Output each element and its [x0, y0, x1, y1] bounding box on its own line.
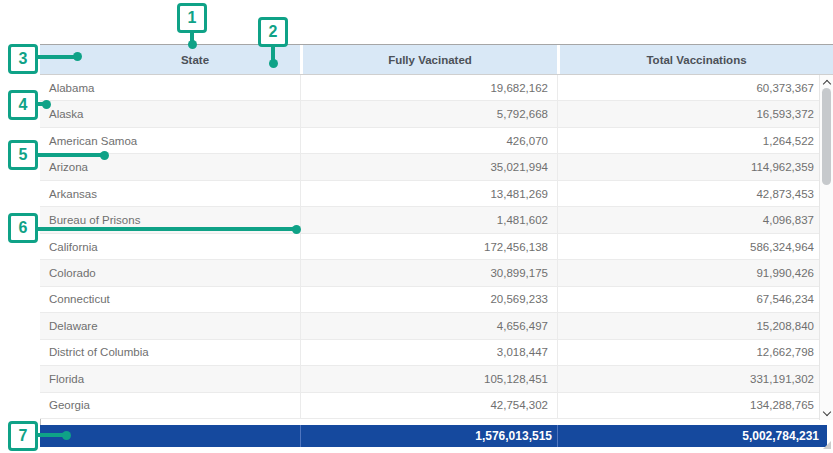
callout-4-label: 4: [19, 96, 28, 114]
column-header-fully-vacinated[interactable]: Fully Vacinated: [300, 45, 557, 74]
column-header-total-vaccinations[interactable]: Total Vaccinations: [557, 45, 833, 74]
callout-2-label: 2: [269, 23, 278, 41]
callout-5-line: [37, 153, 105, 157]
fully-vacinated-cell: 105,128,451: [300, 366, 557, 391]
callout-7: 7: [8, 421, 38, 451]
callout-1: 1: [177, 3, 207, 33]
state-cell: Colorado: [40, 260, 300, 285]
chevron-up-icon: [822, 80, 830, 88]
callout-7-dot: [62, 431, 71, 440]
fully-vacinated-cell: 1,481,602: [300, 207, 557, 232]
callout-5: 5: [8, 140, 38, 170]
state-cell: Arizona: [40, 154, 300, 179]
fully-vacinated-cell: 5,792,668: [300, 101, 557, 126]
callout-4-dot: [42, 100, 51, 109]
fully-vacinated-cell: 13,481,269: [300, 181, 557, 206]
callout-4: 4: [8, 90, 38, 120]
fully-vacinated-cell: 42,754,302: [300, 393, 557, 418]
table-row[interactable]: Connecticut20,569,23367,546,234: [40, 287, 833, 313]
state-cell: Alaska: [40, 101, 300, 126]
callout-6-dot: [292, 225, 301, 234]
callout-1-label: 1: [188, 9, 197, 27]
callout-6: 6: [8, 213, 38, 243]
app-canvas: State Fully Vacinated Total Vaccinations…: [0, 0, 833, 453]
callout-6-line: [37, 227, 293, 231]
table-row[interactable]: California172,456,138586,324,964: [40, 234, 833, 260]
vertical-scrollbar[interactable]: [819, 75, 833, 420]
summary-row: 1,576,013,515 5,002,784,231: [40, 425, 827, 447]
summary-total-vaccinations-cell: 5,002,784,231: [557, 425, 827, 447]
state-cell: District of Columbia: [40, 340, 300, 365]
table-row[interactable]: District of Columbia3,018,44712,662,798: [40, 340, 833, 366]
total-vaccinations-cell: 114,962,359: [557, 154, 833, 179]
state-cell: Delaware: [40, 313, 300, 338]
total-vaccinations-cell: 67,546,234: [557, 287, 833, 312]
fully-vacinated-cell: 172,456,138: [300, 234, 557, 259]
total-vaccinations-cell: 12,662,798: [557, 340, 833, 365]
callout-5-label: 5: [19, 146, 28, 164]
state-cell: Georgia: [40, 393, 300, 418]
table-body: Alabama19,682,16260,373,367Alaska5,792,6…: [40, 75, 833, 419]
fully-vacinated-cell: 4,656,497: [300, 313, 557, 338]
state-cell: American Samoa: [40, 128, 300, 153]
fully-vacinated-cell: 19,682,162: [300, 75, 557, 100]
total-vaccinations-cell: 16,593,372: [557, 101, 833, 126]
callout-2: 2: [258, 17, 288, 47]
table-row[interactable]: Colorado30,899,17591,990,426: [40, 260, 833, 286]
total-vaccinations-cell: 134,288,765: [557, 393, 833, 418]
total-vaccinations-cell: 91,990,426: [557, 260, 833, 285]
table-row[interactable]: Delaware4,656,49715,208,840: [40, 313, 833, 339]
callout-6-label: 6: [19, 219, 28, 237]
total-vaccinations-cell: 1,264,522: [557, 128, 833, 153]
scrollbar-thumb[interactable]: [822, 88, 831, 185]
state-cell: Florida: [40, 366, 300, 391]
total-vaccinations-cell: 4,096,837: [557, 207, 833, 232]
total-vaccinations-cell: 15,208,840: [557, 313, 833, 338]
callout-1-dot: [188, 40, 197, 49]
state-cell: Connecticut: [40, 287, 300, 312]
table-row[interactable]: Alabama19,682,16260,373,367: [40, 75, 833, 101]
state-cell: California: [40, 234, 300, 259]
total-vaccinations-cell: 586,324,964: [557, 234, 833, 259]
summary-fully-vacinated-cell: 1,576,013,515: [300, 425, 557, 447]
resize-grip-icon: [823, 441, 831, 449]
callout-3-label: 3: [19, 50, 28, 68]
fully-vacinated-cell: 30,899,175: [300, 260, 557, 285]
fully-vacinated-cell: 20,569,233: [300, 287, 557, 312]
callout-2-dot: [269, 59, 278, 68]
table-row[interactable]: American Samoa426,0701,264,522: [40, 128, 833, 154]
fully-vacinated-cell: 3,018,447: [300, 340, 557, 365]
table-header-row: State Fully Vacinated Total Vaccinations: [40, 44, 833, 75]
total-vaccinations-cell: 42,873,453: [557, 181, 833, 206]
table-row[interactable]: Georgia42,754,302134,288,765: [40, 393, 833, 419]
state-cell: Arkansas: [40, 181, 300, 206]
fully-vacinated-cell: 35,021,994: [300, 154, 557, 179]
callout-3: 3: [8, 44, 38, 74]
table-row[interactable]: Arizona35,021,994114,962,359: [40, 154, 833, 180]
summary-state-cell: [40, 425, 300, 447]
fully-vacinated-cell: 426,070: [300, 128, 557, 153]
callout-3-dot: [73, 52, 82, 61]
total-vaccinations-cell: 60,373,367: [557, 75, 833, 100]
table-row[interactable]: Alaska5,792,66816,593,372: [40, 101, 833, 127]
scroll-down-button[interactable]: [820, 406, 833, 419]
chevron-down-icon: [822, 407, 830, 415]
table-row[interactable]: Arkansas13,481,26942,873,453: [40, 181, 833, 207]
callout-5-dot: [100, 151, 109, 160]
callout-7-label: 7: [19, 427, 28, 445]
table-row[interactable]: Florida105,128,451331,191,302: [40, 366, 833, 392]
state-cell: Alabama: [40, 75, 300, 100]
total-vaccinations-cell: 331,191,302: [557, 366, 833, 391]
callout-3-line: [37, 55, 77, 59]
